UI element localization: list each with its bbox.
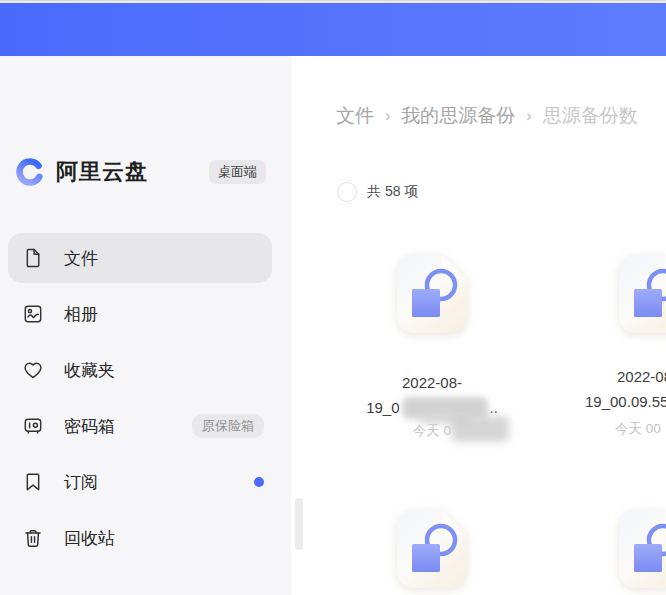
- file-name-line1: 2022-08-: [617, 368, 666, 385]
- file-tile[interactable]: 2022-08- 19_00.09.55 今天 00: [579, 254, 666, 334]
- unknown-file-type-icon: [618, 254, 666, 334]
- file-name-line1: 2022-08-: [357, 370, 507, 395]
- unknown-file-type-icon: [618, 509, 666, 589]
- window-titlebar[interactable]: [0, 3, 666, 56]
- trash-icon: [22, 527, 44, 549]
- sidebar-item-label: 密码箱: [64, 415, 115, 438]
- sidebar: 阿里云盘 桌面端 文件 相册: [0, 56, 291, 595]
- file-tile[interactable]: [357, 509, 507, 589]
- sidebar-item-label: 订阅: [64, 471, 98, 494]
- notification-dot: [254, 477, 264, 487]
- censor-smudge: [451, 416, 509, 442]
- file-icon: [22, 247, 44, 269]
- sidebar-item-favorites[interactable]: 收藏夹: [0, 345, 291, 395]
- select-all-checkbox[interactable]: [337, 182, 357, 202]
- aliyun-drive-logo-icon: [15, 157, 45, 187]
- items-count-label: 共 58 项: [367, 183, 418, 201]
- sidebar-item-recycle-bin[interactable]: 回收站: [0, 513, 291, 563]
- breadcrumb-segment-files[interactable]: 文件: [336, 103, 374, 129]
- heart-icon: [22, 359, 44, 381]
- sidebar-item-password-box[interactable]: 密码箱 原保险箱: [0, 401, 291, 451]
- main-content: 文件 › 我的思源备份 › 思源备份数 共 58 项 2022-08- 19_0…: [291, 56, 666, 595]
- selection-count-row: 共 58 项: [337, 182, 418, 202]
- sidebar-item-label: 回收站: [64, 527, 115, 550]
- file-timestamp: 今天 00: [615, 420, 661, 438]
- file-name-fragment: 19_0: [366, 395, 399, 420]
- app-title: 阿里云盘: [56, 157, 148, 187]
- sidebar-item-albums[interactable]: 相册: [0, 289, 291, 339]
- sidebar-item-label: 文件: [64, 247, 98, 270]
- photo-icon: [22, 303, 44, 325]
- bookmark-icon: [22, 471, 44, 493]
- legacy-safe-badge: 原保险箱: [192, 414, 264, 438]
- unknown-file-type-icon: [396, 509, 468, 589]
- file-tile[interactable]: 2022-08- 19_0 .. 今天 0: [357, 254, 507, 440]
- file-name-line2: 19_00.09.55: [585, 393, 666, 410]
- unknown-file-type-icon: [396, 254, 468, 334]
- chevron-right-icon: ›: [385, 107, 390, 125]
- safe-icon: [22, 415, 44, 437]
- chevron-right-icon: ›: [526, 107, 531, 125]
- breadcrumb: 文件 › 我的思源备份 › 思源备份数: [336, 103, 638, 129]
- sidebar-nav: 文件 相册 收藏夹: [0, 233, 291, 569]
- sidebar-item-label: 相册: [64, 303, 98, 326]
- breadcrumb-segment-current: 思源备份数: [543, 103, 638, 129]
- sidebar-item-files[interactable]: 文件: [8, 233, 272, 283]
- file-tile[interactable]: [579, 509, 666, 589]
- scrollbar-thumb[interactable]: [295, 498, 303, 550]
- brand-header: 阿里云盘 桌面端: [15, 155, 277, 189]
- sidebar-item-label: 收藏夹: [64, 359, 115, 382]
- edition-badge: 桌面端: [209, 160, 266, 184]
- breadcrumb-segment-backup-folder[interactable]: 我的思源备份: [401, 103, 515, 129]
- sidebar-item-subscriptions[interactable]: 订阅: [0, 457, 291, 507]
